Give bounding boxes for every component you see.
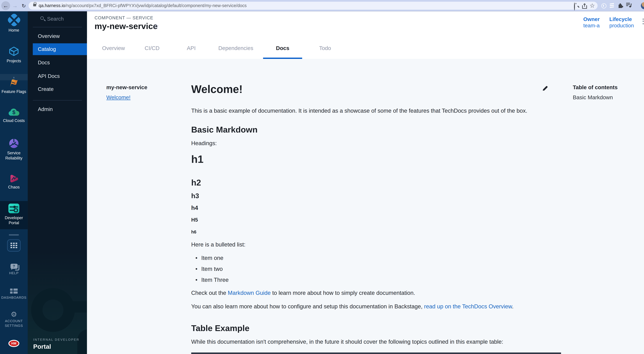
module-sidebar: Home Projects Feature Flags ▲ [0,11,28,354]
sidebar-item-label: Home [0,28,28,33]
browser-back-icon[interactable]: ← [1,1,10,10]
avatar-initials: HM [8,340,19,347]
entity-kicker: COMPONENT — SERVICE [94,15,153,20]
sidebar-item-chaos[interactable]: Chaos [0,173,28,189]
sidebar-item-projects[interactable]: Projects [0,46,28,63]
sidebar-divider [33,100,82,101]
sidebar-item-label: Service Reliability [0,151,28,160]
edit-docs-button[interactable] [542,85,549,93]
browser-forward-icon[interactable]: → [10,1,20,10]
tab-dependencies[interactable]: Dependencies [209,38,263,59]
help-chat-icon: ? [0,264,28,269]
list-item: Item Three [191,276,563,284]
user-avatar[interactable]: HM [0,340,28,347]
main-content: COMPONENT — SERVICE my-new-service ☆ Own… [87,11,644,354]
developer-portal-icon [0,203,28,214]
service-reliability-icon [0,138,28,149]
sidebar-item-label: ACCOUNT SETTINGS [0,319,28,328]
chevron-up-icon: ▲ [12,76,15,79]
sidebar-item-overview[interactable]: Overview [28,30,87,42]
share-icon[interactable] [582,3,588,9]
gear-icon: ⚙ [0,311,28,318]
tab-docs[interactable]: Docs [263,38,302,59]
svg-text:$: $ [12,109,16,115]
section-heading-table-example: Table Example [191,323,563,333]
sidebar-item-developer-portal[interactable]: Developer Portal [0,203,28,225]
cloud-costs-icon: $ [0,108,28,117]
portal-title: Portal [33,343,80,350]
docs-nav-link-welcome[interactable]: Welcome! [106,94,130,101]
docs-nav: my-new-service Welcome! [106,84,147,101]
sidebar-item-catalog[interactable]: Catalog [33,43,87,55]
browser-reload-icon[interactable]: ↻ [19,1,28,10]
portal-kicker: INTERNAL DEVELOPER [33,338,80,341]
sidebar-item-cloud-costs[interactable]: $ Cloud Costs [0,108,28,123]
browser-chrome: ← → ↻ qa.harness.io/ng/account/px7xd_BFR… [0,0,644,11]
sample-h1: h1 [191,153,563,165]
tab-api[interactable]: API [177,38,206,59]
sidebar-item-home[interactable]: Home [0,15,28,33]
doc-paragraph: While this documentation isn't comprehen… [191,338,563,346]
sidebar-item-dashboards[interactable]: DASHBOARDS [0,288,28,300]
doc-bulleted-list: Item one Item two Item Three [191,254,563,284]
docs-panel: my-new-service Welcome! Welcome! This is… [87,59,644,354]
sidebar-item-label: Feature Flags [0,89,28,94]
bookmark-star-icon[interactable]: ☆ [590,3,596,9]
table-of-contents: Table of contents Basic Markdown [573,84,618,101]
apps-grid-icon [11,243,17,248]
chaos-icon [0,173,28,183]
doc-paragraph: This is a basic example of documentation… [191,107,563,115]
markdown-guide-link[interactable]: Markdown Guide [228,290,271,296]
search-input[interactable]: Search [28,15,87,23]
url-path: /ng/account/px7xd_BFRCi-pfWPYXVjvw/idp/c… [65,3,247,8]
tab-cicd[interactable]: CI/CD [135,38,169,59]
sample-h3: h3 [191,192,563,200]
entity-menu-kebab-icon[interactable] [642,19,644,24]
toc-item[interactable]: Basic Markdown [573,94,618,101]
playlist-extension-icon[interactable] [626,2,632,9]
tab-todo[interactable]: Todo [310,38,341,59]
doc-paragraph: Here is a bulleted list: [191,241,563,249]
docs-nav-title: my-new-service [106,84,147,91]
sidebar-item-docs[interactable]: Docs [28,57,87,69]
sidebar-item-label: Projects [0,59,28,64]
sidebar-item-admin[interactable]: Admin [28,104,87,115]
url-bar[interactable]: qa.harness.io/ng/account/px7xd_BFRCi-pfW… [28,2,598,10]
sidebar-item-service-reliability[interactable]: Service Reliability [0,138,28,160]
owner-meta[interactable]: Owner team-a [583,16,600,29]
sidebar-divider [33,27,82,27]
url-text: qa.harness.io/ng/account/px7xd_BFRCi-pfW… [39,2,247,10]
lifecycle-meta[interactable]: Lifecycle production [609,16,634,29]
extensions-puzzle-icon[interactable] [617,2,624,9]
sidebar-item-account-settings[interactable]: ⚙ ACCOUNT SETTINGS [0,311,28,328]
sidebar-item-create[interactable]: Create [28,83,87,95]
page-title: my-new-service [94,22,158,31]
sidebar-item-feature-flags[interactable]: Feature Flags [0,78,28,94]
text: . [512,303,514,309]
lifecycle-value[interactable]: production [609,23,634,29]
table-header-cutoff [191,352,561,354]
owner-value[interactable]: team-a [583,23,600,29]
module-scroll-up[interactable]: ▲ [0,74,28,80]
tab-overview[interactable]: Overview [92,38,134,59]
all-modules-button[interactable] [7,239,20,252]
techdocs-overview-link[interactable]: read up on the TechDocs Overview [424,303,512,309]
sidebar-item-label: HELP [0,271,28,276]
sidebar-item-label: DASHBOARDS [0,296,28,300]
section-heading-basic-markdown: Basic Markdown [191,125,563,135]
list-item: Item one [191,254,563,262]
doc-paragraph: Headings: [191,139,563,148]
lock-icon [33,4,36,6]
sidebar-divider [9,234,19,235]
sample-h4: h4 [191,204,563,212]
sidebar-item-help[interactable]: ? HELP [0,264,28,276]
favorite-star-icon[interactable]: ☆ [153,22,159,30]
zoom-page-icon[interactable] [574,3,580,9]
sidebar-item-label: Cloud Costs [0,118,28,123]
harness-home-icon [0,15,28,25]
sample-h2: h2 [191,178,563,188]
docs-article: Welcome! This is a basic example of docu… [191,59,563,346]
sidebar-item-api-docs[interactable]: API Docs [28,70,87,82]
text: to learn more about how to simply create… [271,290,415,296]
browser-profile-avatar[interactable] [641,2,644,9]
